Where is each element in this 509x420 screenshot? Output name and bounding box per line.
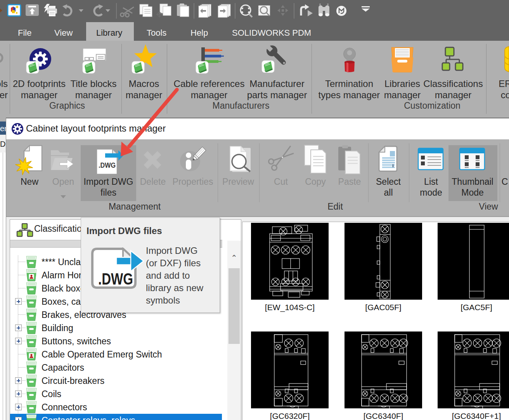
svg-text:.DWG: .DWG [98, 270, 133, 288]
svg-text:.DWG: .DWG [99, 161, 116, 169]
